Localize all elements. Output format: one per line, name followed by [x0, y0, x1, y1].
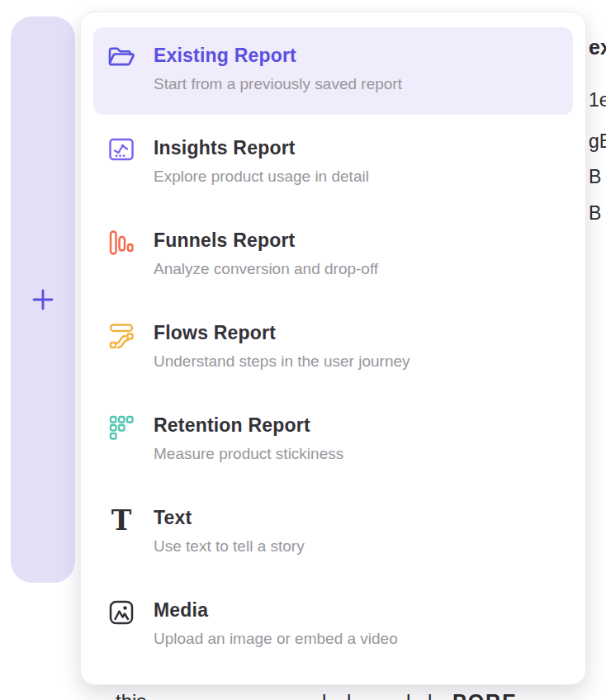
menu-item-text[interactable]: T Text Use text to tell a story: [93, 490, 573, 577]
bg-text-fragment: l.: [428, 690, 438, 700]
menu-item-title: Media: [154, 599, 398, 622]
board-side-rail: [11, 17, 75, 583]
menu-item-title: Text: [154, 507, 305, 529]
menu-item-subtitle: Understand steps in the user journey: [154, 352, 410, 371]
line-chart-icon: [107, 137, 136, 167]
flow-wave-icon: [107, 322, 136, 352]
retention-grid-icon: [107, 414, 136, 444]
menu-item-retention-report[interactable]: Retention Report Measure product stickin…: [93, 397, 573, 485]
image-icon: [107, 599, 136, 629]
bg-text-fragment: gB: [589, 130, 606, 153]
menu-item-subtitle: Analyze conversion and drop-off: [154, 260, 378, 278]
add-card-button[interactable]: [26, 283, 59, 316]
bg-text-fragment: PORE: [452, 690, 518, 700]
add-card-menu: Existing Report Start from a previously …: [80, 12, 586, 685]
bg-text-fragment: l: [406, 690, 410, 700]
text-serif-icon: T: [107, 507, 136, 537]
menu-item-title: Flows Report: [154, 322, 410, 344]
bg-bottom-text-row: this l l l l. PORE: [0, 690, 606, 700]
bg-text-fragment: l: [322, 690, 326, 700]
menu-item-funnels-report[interactable]: Funnels Report Analyze conversion and dr…: [93, 212, 573, 300]
menu-item-subtitle: Start from a previously saved report: [154, 75, 402, 93]
menu-item-title: Existing Report: [154, 45, 402, 67]
menu-item-media[interactable]: Media Upload an image or embed a video: [93, 582, 573, 669]
menu-item-flows-report[interactable]: Flows Report Understand steps in the use…: [93, 305, 573, 392]
menu-item-subtitle: Upload an image or embed a video: [154, 630, 398, 648]
menu-item-title: Funnels Report: [154, 229, 378, 252]
bg-text-fragment: ex: [589, 35, 606, 59]
menu-item-subtitle: Use text to tell a story: [154, 537, 305, 556]
bg-text-fragment: this: [116, 690, 146, 700]
bg-text-fragment: B: [589, 202, 601, 225]
funnel-bars-icon: [107, 229, 136, 259]
bg-text-fragment: 1e: [589, 89, 606, 111]
menu-item-title: Insights Report: [154, 137, 369, 159]
plus-icon: [29, 286, 57, 314]
menu-item-title: Retention Report: [154, 414, 343, 437]
folder-open-icon: [107, 45, 136, 74]
menu-item-insights-report[interactable]: Insights Report Explore product usage in…: [93, 120, 573, 207]
menu-item-subtitle: Explore product usage in detail: [154, 168, 369, 186]
menu-item-subtitle: Measure product stickiness: [154, 445, 343, 463]
menu-item-existing-report[interactable]: Existing Report Start from a previously …: [93, 27, 573, 115]
bg-text-fragment: l: [347, 690, 351, 700]
bg-text-fragment: B: [589, 166, 601, 188]
